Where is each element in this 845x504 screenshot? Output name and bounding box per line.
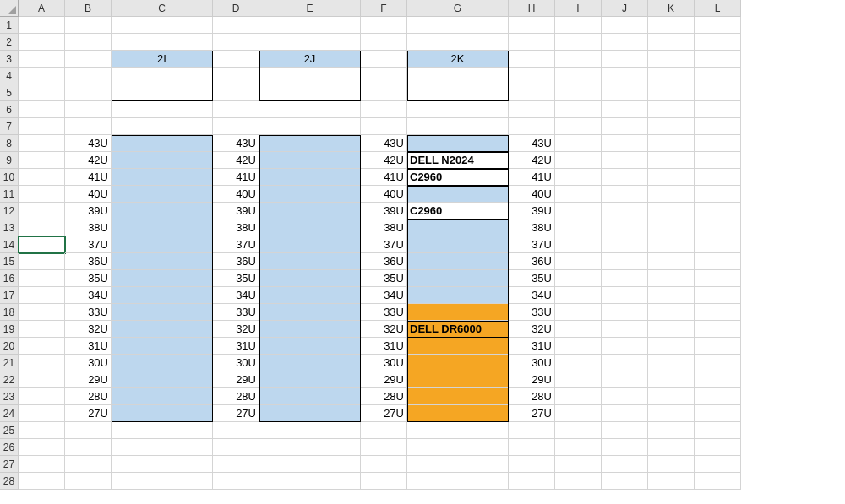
cell-A7[interactable]	[19, 118, 65, 135]
cell-H19[interactable]: 32U	[509, 321, 555, 338]
cell-E19[interactable]	[259, 321, 361, 338]
cell-K15[interactable]	[648, 253, 695, 270]
cell-K12[interactable]	[648, 203, 695, 219]
cell-C25[interactable]	[112, 422, 213, 439]
cell-L9[interactable]	[695, 152, 741, 169]
cell-G6[interactable]	[407, 101, 509, 118]
cell-J16[interactable]	[602, 270, 648, 287]
cell-K13[interactable]	[648, 219, 695, 236]
cell-I16[interactable]	[555, 270, 602, 287]
cell-J23[interactable]	[602, 388, 648, 405]
cell-L8[interactable]	[695, 135, 741, 152]
col-header-B[interactable]: B	[65, 0, 112, 17]
cell-H20[interactable]: 31U	[509, 338, 555, 355]
cell-F12[interactable]: 39U	[361, 203, 407, 219]
cell-G15[interactable]	[407, 253, 509, 270]
cell-D25[interactable]	[213, 422, 259, 439]
cell-K28[interactable]	[648, 473, 695, 490]
cell-G4[interactable]	[407, 68, 509, 84]
cell-B14[interactable]: 37U	[65, 236, 112, 253]
cell-H14[interactable]: 37U	[509, 236, 555, 253]
row-header-27[interactable]: 27	[0, 456, 19, 473]
cell-J9[interactable]	[602, 152, 648, 169]
cell-F10[interactable]: 41U	[361, 169, 407, 186]
cell-A13[interactable]	[19, 219, 65, 236]
cell-H1[interactable]	[509, 17, 555, 34]
cell-L16[interactable]	[695, 270, 741, 287]
cell-C7[interactable]	[112, 118, 213, 135]
cell-D13[interactable]: 38U	[213, 219, 259, 236]
col-header-C[interactable]: C	[112, 0, 213, 17]
cell-A14[interactable]	[19, 236, 65, 253]
cell-L13[interactable]	[695, 219, 741, 236]
cell-A21[interactable]	[19, 355, 65, 371]
cell-E17[interactable]	[259, 287, 361, 304]
cell-B7[interactable]	[65, 118, 112, 135]
cell-I22[interactable]	[555, 371, 602, 388]
row-header-21[interactable]: 21	[0, 355, 19, 371]
cell-C8[interactable]	[112, 135, 213, 152]
cell-F11[interactable]: 40U	[361, 186, 407, 203]
cell-K25[interactable]	[648, 422, 695, 439]
cell-I5[interactable]	[555, 84, 602, 101]
cell-L20[interactable]	[695, 338, 741, 355]
cell-I27[interactable]	[555, 456, 602, 473]
row-header-8[interactable]: 8	[0, 135, 19, 152]
cell-G16[interactable]	[407, 270, 509, 287]
cell-D5[interactable]	[213, 84, 259, 101]
cell-H25[interactable]	[509, 422, 555, 439]
cell-F28[interactable]	[361, 473, 407, 490]
cell-J14[interactable]	[602, 236, 648, 253]
cell-G20[interactable]	[407, 338, 509, 355]
cell-B20[interactable]: 31U	[65, 338, 112, 355]
cell-I9[interactable]	[555, 152, 602, 169]
cell-J22[interactable]	[602, 371, 648, 388]
cell-A28[interactable]	[19, 473, 65, 490]
cell-A23[interactable]	[19, 388, 65, 405]
cell-E16[interactable]	[259, 270, 361, 287]
cell-E5[interactable]	[259, 84, 361, 101]
cell-A1[interactable]	[19, 17, 65, 34]
cell-B1[interactable]	[65, 17, 112, 34]
cell-L15[interactable]	[695, 253, 741, 270]
cell-H7[interactable]	[509, 118, 555, 135]
row-header-20[interactable]: 20	[0, 338, 19, 355]
cell-L18[interactable]	[695, 304, 741, 321]
row-header-1[interactable]: 1	[0, 17, 19, 34]
cell-E3[interactable]: 2J	[259, 51, 361, 68]
cell-F24[interactable]: 27U	[361, 405, 407, 422]
row-header-10[interactable]: 10	[0, 169, 19, 186]
cell-L28[interactable]	[695, 473, 741, 490]
cell-J13[interactable]	[602, 219, 648, 236]
cell-E14[interactable]	[259, 236, 361, 253]
cell-B18[interactable]: 33U	[65, 304, 112, 321]
cell-D12[interactable]: 39U	[213, 203, 259, 219]
row-header-18[interactable]: 18	[0, 304, 19, 321]
cell-J27[interactable]	[602, 456, 648, 473]
cell-F22[interactable]: 29U	[361, 371, 407, 388]
cell-B15[interactable]: 36U	[65, 253, 112, 270]
cell-L14[interactable]	[695, 236, 741, 253]
cell-D7[interactable]	[213, 118, 259, 135]
cell-I18[interactable]	[555, 304, 602, 321]
cell-D3[interactable]	[213, 51, 259, 68]
cell-H6[interactable]	[509, 101, 555, 118]
cell-C2[interactable]	[112, 34, 213, 51]
row-header-11[interactable]: 11	[0, 186, 19, 203]
cell-C4[interactable]	[112, 68, 213, 84]
cell-E7[interactable]	[259, 118, 361, 135]
cell-C23[interactable]	[112, 388, 213, 405]
cell-A4[interactable]	[19, 68, 65, 84]
cell-C22[interactable]	[112, 371, 213, 388]
cell-F2[interactable]	[361, 34, 407, 51]
cell-G26[interactable]	[407, 439, 509, 456]
cell-J10[interactable]	[602, 169, 648, 186]
cell-B12[interactable]: 39U	[65, 203, 112, 219]
cell-B13[interactable]: 38U	[65, 219, 112, 236]
cell-G19[interactable]: DELL DR6000	[407, 321, 509, 338]
cell-E4[interactable]	[259, 68, 361, 84]
cell-F27[interactable]	[361, 456, 407, 473]
cell-C9[interactable]	[112, 152, 213, 169]
cell-J25[interactable]	[602, 422, 648, 439]
cell-H12[interactable]: 39U	[509, 203, 555, 219]
